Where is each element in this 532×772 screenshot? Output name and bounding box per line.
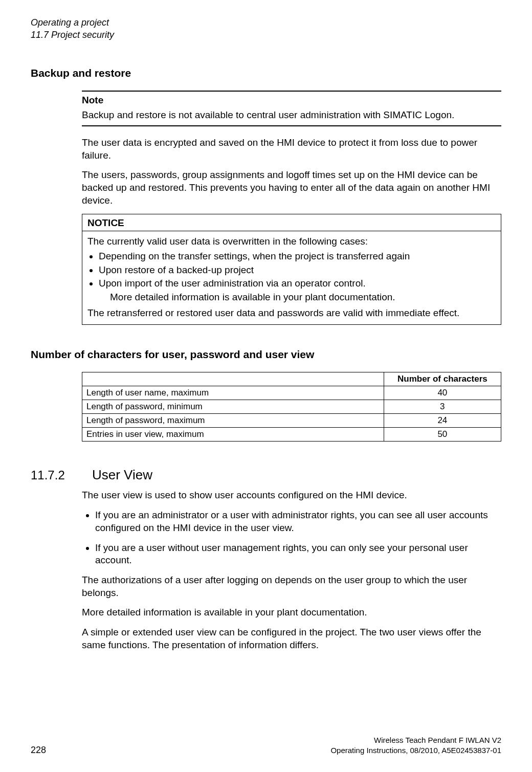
notice-item-3: Upon import of the user administration v…: [99, 277, 496, 303]
table-row: Length of password, maximum 24: [82, 414, 501, 428]
userview-content: The user view is used to show user accou…: [82, 489, 501, 651]
userview-list-item-2: If you are a user without user managemen…: [95, 542, 501, 567]
table-header-blank: [82, 372, 384, 386]
heading-backup-restore: Backup and restore: [31, 67, 501, 79]
note-bottom-rule: [82, 125, 501, 126]
userview-para-1: The user view is used to show user accou…: [82, 489, 501, 502]
section-title: User View: [92, 467, 152, 483]
note-top-rule: [82, 91, 501, 92]
backup-content: Note Backup and restore is not available…: [82, 91, 501, 325]
table-row: Length of user name, maximum 40: [82, 386, 501, 400]
note-text: Backup and restore is not available to c…: [82, 109, 501, 121]
chars-table-wrapper: Number of characters Length of user name…: [82, 372, 501, 442]
table-cell-label: Length of password, minimum: [82, 400, 384, 414]
table-cell-label: Length of password, maximum: [82, 414, 384, 428]
notice-body: The currently valid user data is overwri…: [82, 231, 501, 324]
page-footer: 228 Wireless Teach Pendant F IWLAN V2 Op…: [31, 735, 501, 756]
userview-para-4: A simple or extended user view can be co…: [82, 626, 501, 651]
section-number: 11.7.2: [31, 468, 72, 482]
notice-item-1: Depending on the transfer settings, when…: [99, 250, 496, 263]
footer-page-number: 228: [31, 745, 46, 756]
page: Operating a project 11.7 Project securit…: [0, 0, 532, 772]
footer-doc-title: Wireless Teach Pendant F IWLAN V2: [330, 735, 501, 745]
footer-right: Wireless Teach Pendant F IWLAN V2 Operat…: [330, 735, 501, 756]
table-cell-label: Entries in user view, maximum: [82, 428, 384, 442]
running-header-line1: Operating a project: [31, 16, 501, 29]
table-cell-value: 3: [384, 400, 501, 414]
notice-item-3-sub: More detailed information is available i…: [110, 291, 496, 304]
userview-para-2: The authorizations of a user after loggi…: [82, 574, 501, 599]
table-cell-value: 40: [384, 386, 501, 400]
userview-list-item-1: If you are an administrator or a user wi…: [95, 509, 501, 534]
table-header-row: Number of characters: [82, 372, 501, 386]
table-header-num: Number of characters: [384, 372, 501, 386]
table-row: Entries in user view, maximum 50: [82, 428, 501, 442]
userview-para-3: More detailed information is available i…: [82, 606, 501, 619]
note-label: Note: [82, 95, 501, 106]
notice-box: NOTICE The currently valid user data is …: [82, 214, 501, 325]
notice-label: NOTICE: [82, 214, 501, 231]
backup-paragraph-2: The users, passwords, group assignments …: [82, 169, 501, 207]
userview-list: If you are an administrator or a user wi…: [82, 509, 501, 567]
running-header-line2: 11.7 Project security: [31, 29, 501, 41]
backup-paragraph-1: The user data is encrypted and saved on …: [82, 137, 501, 162]
notice-intro: The currently valid user data is overwri…: [87, 235, 496, 248]
heading-number-of-characters: Number of characters for user, password …: [31, 348, 501, 361]
table-cell-value: 24: [384, 414, 501, 428]
table-row: Length of password, minimum 3: [82, 400, 501, 414]
table-cell-value: 50: [384, 428, 501, 442]
notice-outro: The retransferred or restored user data …: [87, 307, 496, 320]
section-heading-row: 11.7.2 User View: [31, 467, 501, 483]
notice-item-3-text: Upon import of the user administration v…: [99, 278, 366, 289]
footer-doc-info: Operating Instructions, 08/2010, A5E0245…: [330, 745, 501, 756]
notice-list: Depending on the transfer settings, when…: [87, 250, 496, 304]
table-cell-label: Length of user name, maximum: [82, 386, 384, 400]
chars-table: Number of characters Length of user name…: [82, 372, 501, 442]
running-header: Operating a project 11.7 Project securit…: [31, 16, 501, 41]
notice-item-2: Upon restore of a backed-up project: [99, 264, 496, 277]
